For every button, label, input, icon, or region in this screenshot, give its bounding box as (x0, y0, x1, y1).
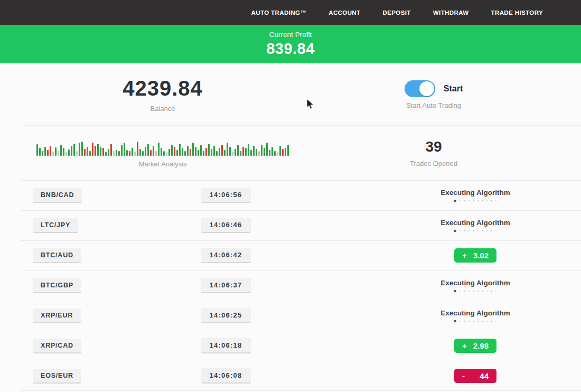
trade-row: BTC/GBP 14:06:37 Executing Algorithm (0, 270, 581, 301)
loading-dots-icon (441, 290, 510, 293)
time-chip[interactable]: 14:06:46 (201, 218, 251, 233)
loss-badge: - 44 (454, 369, 496, 383)
nav-item[interactable]: TRADE HISTORY (491, 10, 543, 16)
trades-opened-label: Trades Opened (410, 160, 457, 167)
trades-opened-count: 39 (425, 138, 442, 155)
executing-label: Executing Algorithm (441, 309, 510, 317)
badge-amount: 44 (480, 371, 489, 380)
trade-row: LTC/JPY 14:06:46 Executing Algorithm (0, 210, 581, 240)
badge-sign: + (462, 341, 467, 350)
trades-list: BNB/CAD 14:06:56 Executing Algorithm (0, 180, 581, 391)
badge-sign: + (462, 251, 467, 260)
executing-status: Executing Algorithm (441, 309, 510, 323)
time-chip[interactable]: 14:06:56 (201, 188, 251, 203)
pair-chip[interactable]: BTC/AUD (33, 248, 81, 263)
executing-label: Executing Algorithm (441, 189, 510, 197)
pair-chip[interactable]: XRP/CAD (33, 339, 81, 353)
top-nav: AUTO TRADING™ ACCOUNT DEPOSIT WITHDRAW T… (0, 0, 581, 25)
trade-row: EOS/EUR 14:06:08 - 44 (0, 361, 581, 391)
pair-chip[interactable]: LTC/JPY (33, 218, 78, 233)
market-analysis-label: Market Analysis (138, 160, 186, 168)
auto-trading-label: Start Auto Trading (406, 101, 461, 109)
executing-status: Executing Algorithm (441, 279, 510, 293)
pair-chip[interactable]: EOS/EUR (33, 369, 81, 384)
profit-badge: + 2.98 (454, 339, 496, 353)
loading-dots-icon (441, 230, 510, 232)
current-profit-label: Current Profit (269, 31, 312, 39)
toggle-knob (419, 81, 434, 96)
nav-item[interactable]: WITHDRAW (433, 10, 469, 16)
balance-section: 4239.84 Balance Start Start Auto Trading (0, 63, 581, 126)
badge-amount: 2.98 (473, 341, 489, 350)
current-profit-value: 839.84 (266, 40, 315, 58)
trade-row: XRP/CAD 14:06:18 + 2.98 (0, 331, 581, 361)
nav-item[interactable]: DEPOSIT (383, 10, 411, 16)
auto-trading-app: AUTO TRADING™ ACCOUNT DEPOSIT WITHDRAW T… (0, 0, 581, 392)
auto-trading-toggle[interactable] (405, 80, 435, 97)
executing-status: Executing Algorithm (441, 219, 510, 232)
pair-chip[interactable]: BNB/CAD (33, 188, 82, 203)
loading-dots-icon (441, 320, 510, 323)
time-chip[interactable]: 14:06:08 (201, 368, 251, 384)
balance-value: 4239.84 (123, 77, 203, 100)
market-analysis-chart (36, 138, 289, 156)
nav-item[interactable]: ACCOUNT (329, 10, 360, 16)
executing-status: Executing Algorithm (441, 189, 510, 202)
toggle-label: Start (444, 84, 463, 94)
loading-dots-icon (441, 200, 510, 202)
time-chip[interactable]: 14:06:18 (201, 338, 251, 353)
market-analysis-section: Market Analysis 39 Trades Opened (0, 126, 581, 180)
time-chip[interactable]: 14:06:37 (201, 278, 251, 293)
nav-item[interactable]: AUTO TRADING™ (251, 10, 307, 16)
balance-label: Balance (151, 105, 175, 113)
pair-chip[interactable]: XRP/EUR (33, 309, 81, 323)
executing-label: Executing Algorithm (441, 219, 510, 227)
trade-row: BTC/AUD 14:06:42 + 3.02 (0, 240, 581, 270)
current-profit-banner: Current Profit 839.84 (0, 25, 581, 63)
time-chip[interactable]: 14:06:25 (201, 308, 251, 323)
trade-row: BNB/CAD 14:06:56 Executing Algorithm (0, 180, 581, 210)
trade-row: XRP/EUR 14:06:25 Executing Algorithm (0, 301, 581, 331)
badge-sign: - (462, 371, 465, 380)
time-chip[interactable]: 14:06:42 (201, 248, 251, 263)
badge-amount: 3.02 (473, 251, 489, 260)
executing-label: Executing Algorithm (441, 279, 510, 287)
pair-chip[interactable]: BTC/GBP (33, 278, 81, 293)
profit-badge: + 3.02 (454, 248, 496, 263)
